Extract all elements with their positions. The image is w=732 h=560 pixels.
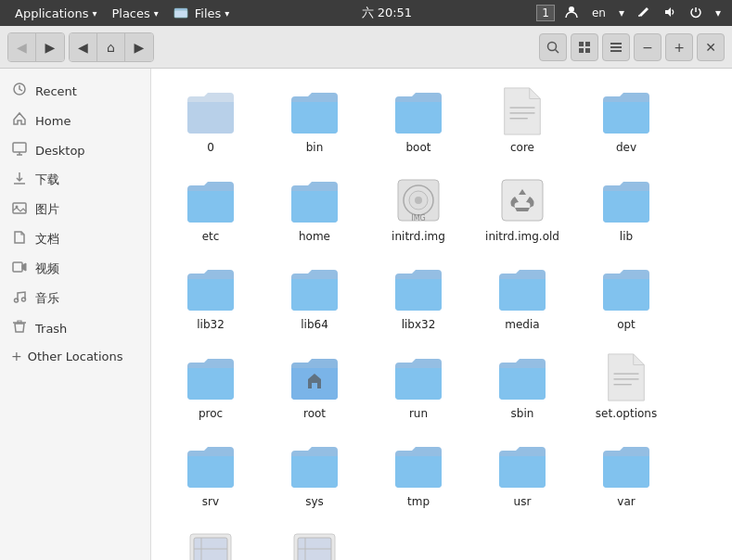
volume-icon[interactable] xyxy=(660,4,680,23)
list-view-button[interactable] xyxy=(602,33,630,61)
grid-view-button[interactable] xyxy=(571,33,598,61)
files-arrow: ▾ xyxy=(225,8,229,19)
sidebar-item-desktop[interactable]: Desktop xyxy=(0,135,150,165)
svg-rect-15 xyxy=(13,143,26,152)
file-item[interactable]: home xyxy=(264,167,365,252)
files-menu[interactable]: Files ▾ xyxy=(166,4,238,22)
file-icon-folder xyxy=(600,174,652,226)
file-name: lib xyxy=(620,230,633,245)
svg-rect-10 xyxy=(585,48,590,53)
file-item[interactable]: initrd.img.old xyxy=(472,167,572,252)
close-button[interactable]: ✕ xyxy=(697,33,725,61)
menubar: Applications ▾ Places ▾ Files ▾ 六 20:51 … xyxy=(0,0,732,26)
file-item[interactable]: IMG initrd.img xyxy=(368,167,469,252)
file-item[interactable]: opt xyxy=(576,255,676,340)
file-item[interactable]: lib xyxy=(576,167,676,252)
file-name: initrd.img xyxy=(392,230,445,245)
sidebar-item-music[interactable]: 音乐 xyxy=(0,284,150,313)
file-item[interactable]: srv xyxy=(161,432,261,517)
sidebar: Recent Home Desktop 下载 图片 xyxy=(0,69,151,560)
file-item[interactable]: sys xyxy=(264,432,365,517)
applications-menu[interactable]: Applications ▾ xyxy=(7,5,104,22)
sidebar-item-downloads[interactable]: 下载 xyxy=(0,165,150,195)
clock: 六 20:51 xyxy=(362,5,413,21)
svg-point-22 xyxy=(15,299,19,302)
zoom-in-button[interactable]: + xyxy=(665,33,693,61)
scroll-left-button[interactable]: ◀ xyxy=(70,33,97,61)
toolbar: ◀ ▶ ◀ ⌂ ▶ xyxy=(0,26,732,69)
file-item[interactable]: vmlinuz.old xyxy=(264,521,365,560)
sidebar-item-videos[interactable]: 视频 xyxy=(0,254,150,284)
home-label: Home xyxy=(35,114,71,128)
file-icon-folder xyxy=(600,85,652,137)
file-item[interactable]: dev xyxy=(576,78,676,163)
file-item[interactable]: etc xyxy=(161,167,261,252)
file-item[interactable]: tmp xyxy=(368,432,469,517)
workspace-indicator[interactable]: 1 xyxy=(536,5,555,21)
power-icon[interactable] xyxy=(686,4,706,23)
file-name: srv xyxy=(202,495,219,510)
forward-button[interactable]: ▶ xyxy=(36,33,64,61)
toolbar-right: − + ✕ xyxy=(539,33,725,61)
nav-buttons: ◀ ▶ xyxy=(7,32,65,62)
svg-rect-7 xyxy=(579,42,584,46)
file-item[interactable]: root xyxy=(264,344,365,429)
file-item[interactable]: usr xyxy=(472,432,572,517)
search-button[interactable] xyxy=(539,33,567,61)
file-icon-folder xyxy=(496,439,548,491)
recent-icon xyxy=(11,82,28,100)
file-icon-folder xyxy=(496,262,548,314)
file-item[interactable]: boot xyxy=(368,78,469,163)
other-locations-label: Other Locations xyxy=(28,350,123,363)
file-item[interactable]: libx32 xyxy=(368,255,469,340)
file-item[interactable]: sbin xyxy=(472,344,572,429)
file-item[interactable]: lib32 xyxy=(161,255,261,340)
sidebar-item-other-locations[interactable]: + Other Locations xyxy=(0,343,150,369)
svg-rect-8 xyxy=(585,42,590,46)
file-item[interactable]: bin xyxy=(264,78,365,163)
file-name: var xyxy=(617,495,635,510)
svg-rect-21 xyxy=(13,262,22,272)
places-menu[interactable]: Places ▾ xyxy=(104,5,165,22)
file-item[interactable]: vmlinuz xyxy=(161,521,261,560)
svg-text:IMG: IMG xyxy=(411,214,425,223)
sidebar-item-documents[interactable]: 文档 xyxy=(0,224,150,254)
file-name: media xyxy=(505,318,539,333)
lang-arrow[interactable]: ▾ xyxy=(615,5,628,21)
file-name: sys xyxy=(305,495,324,510)
file-item[interactable]: set.options xyxy=(576,344,676,429)
file-item[interactable]: media xyxy=(472,255,572,340)
file-item[interactable]: proc xyxy=(161,344,261,429)
sidebar-item-pictures[interactable]: 图片 xyxy=(0,195,150,224)
home-breadcrumb-button[interactable]: ⌂ xyxy=(97,33,125,61)
file-item[interactable]: var xyxy=(576,432,676,517)
videos-icon xyxy=(11,260,28,278)
pen-icon[interactable] xyxy=(634,4,654,23)
files-menu-icon xyxy=(173,6,188,20)
back-button[interactable]: ◀ xyxy=(8,33,36,61)
home-icon xyxy=(11,111,28,130)
file-icon-folder xyxy=(289,262,340,314)
lang-indicator[interactable]: en xyxy=(588,5,610,21)
file-item[interactable]: core xyxy=(472,78,572,163)
back-icon: ◀ xyxy=(17,40,27,55)
zoom-out-button[interactable]: − xyxy=(634,33,661,61)
file-name: proc xyxy=(199,407,223,422)
users-icon[interactable] xyxy=(560,3,583,24)
file-item[interactable]: run xyxy=(368,344,469,429)
file-icon-folder-home xyxy=(289,351,340,403)
sidebar-item-trash[interactable]: Trash xyxy=(0,313,150,343)
downloads-icon xyxy=(11,171,28,189)
settings-icon[interactable]: ▾ xyxy=(712,5,725,21)
file-item[interactable]: 0 xyxy=(161,78,261,163)
file-icon-folder xyxy=(392,85,444,137)
scroll-right-button[interactable]: ▶ xyxy=(125,33,153,61)
sidebar-item-home[interactable]: Home xyxy=(0,106,150,135)
file-name: run xyxy=(409,407,428,422)
file-item[interactable]: lib64 xyxy=(264,255,365,340)
menubar-center: 六 20:51 xyxy=(237,5,536,21)
file-name: libx32 xyxy=(402,318,436,333)
file-name: boot xyxy=(405,141,430,156)
file-name: usr xyxy=(514,495,532,510)
sidebar-item-recent[interactable]: Recent xyxy=(0,76,150,106)
